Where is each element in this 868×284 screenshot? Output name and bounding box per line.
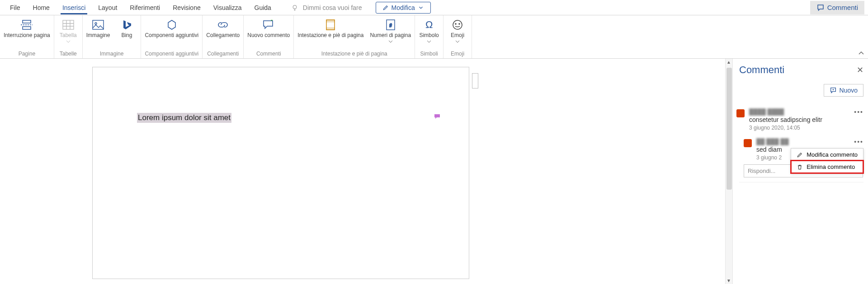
scroll-up-icon[interactable]: ▲	[726, 60, 731, 65]
ribbon-collapse-button[interactable]	[858, 50, 864, 56]
document-area[interactable]: Lorem ipsum dolor sit amet	[0, 59, 725, 284]
symbol-label: Simbolo	[419, 33, 439, 39]
addins-icon	[166, 19, 178, 30]
delete-comment-label: Elimina commento	[807, 163, 855, 170]
group-links: Collegamento Collegamenti	[203, 15, 244, 58]
headerfooter-label: Intestazione e piè di pagina	[297, 33, 363, 39]
page-break-button[interactable]: Interruzione pagina	[4, 18, 50, 39]
group-pages: Interruzione pagina Pagine	[0, 15, 54, 58]
image-icon	[92, 20, 104, 30]
tab-insert[interactable]: Inserisci	[56, 1, 92, 14]
comments-pane-title: Commenti	[739, 64, 784, 76]
workarea: Lorem ipsum dolor sit amet ▲ ▼ Commenti …	[0, 59, 868, 284]
pagenumbers-icon: #	[386, 19, 396, 31]
pagenumbers-button[interactable]: # Numeri di pagina	[370, 18, 411, 43]
delete-comment-menuitem[interactable]: Elimina commento	[791, 161, 863, 173]
bing-icon	[122, 19, 132, 30]
tab-layout[interactable]: Layout	[92, 1, 123, 14]
group-addins: Componenti aggiuntivi Componenti aggiunt…	[141, 15, 203, 58]
bing-button[interactable]: Bing	[116, 18, 137, 39]
comment-item[interactable]: ••• ██ ███ ██ sed diam 3 giugno 2 Modifi…	[746, 138, 863, 161]
tell-me-search[interactable]: Dimmi cosa vuoi fare	[291, 4, 362, 11]
group-headerfooter-label: Intestazione e piè di pagina	[321, 50, 387, 58]
vertical-scrollbar[interactable]: ▲ ▼	[725, 59, 732, 284]
scroll-thumb[interactable]	[726, 68, 732, 190]
new-comment-pane-button[interactable]: Nuovo	[824, 84, 863, 97]
selected-text[interactable]: Lorem ipsum dolor sit amet	[137, 113, 231, 123]
svg-point-12	[455, 23, 456, 24]
comment-author: ████ ████	[749, 108, 863, 115]
bing-label: Bing	[121, 33, 132, 39]
group-emoji-label: Emoji	[451, 50, 464, 58]
addins-button[interactable]: Componenti aggiuntivi	[145, 18, 198, 39]
svg-point-13	[459, 23, 460, 24]
svg-rect-7	[326, 20, 335, 22]
emoji-button[interactable]: Emoji	[447, 18, 468, 43]
group-tables: Tabella Tabelle	[54, 15, 83, 58]
symbol-button[interactable]: Ω Simbolo	[419, 18, 439, 43]
group-addins-label: Componenti aggiuntivi	[145, 50, 198, 58]
comment-bubble-icon	[434, 114, 440, 119]
new-comment-pane-label: Nuovo	[840, 87, 858, 94]
image-label: Immagine	[86, 33, 110, 39]
svg-point-0	[293, 5, 297, 9]
comments-toggle-button[interactable]: Commenti	[810, 1, 864, 14]
table-button: Tabella	[58, 18, 79, 43]
table-label: Tabella	[60, 33, 77, 39]
chevron-down-icon	[66, 40, 71, 43]
svg-rect-2	[23, 27, 31, 29]
avatar	[744, 139, 752, 147]
tab-help[interactable]: Guida	[248, 1, 278, 14]
new-comment-button[interactable]: Nuovo commento	[247, 18, 290, 39]
svg-point-11	[453, 20, 462, 29]
edit-comment-menuitem[interactable]: Modifica commento	[791, 149, 863, 161]
svg-rect-8	[326, 28, 335, 30]
avatar	[736, 109, 745, 117]
group-image: Immagine Bing Immagine	[83, 15, 142, 58]
edit-mode-button[interactable]: Modifica	[376, 2, 431, 14]
group-headerfooter: Intestazione e piè di pagina # Numeri di…	[294, 15, 415, 58]
group-tables-label: Tabelle	[60, 50, 77, 58]
tab-review[interactable]: Revisione	[166, 1, 207, 14]
ribbon-tabs: File Home Inserisci Layout Riferimenti R…	[0, 0, 868, 15]
image-button[interactable]: Immagine	[86, 18, 110, 39]
comment-icon	[816, 4, 825, 12]
tab-references[interactable]: Riferimenti	[123, 1, 166, 14]
tab-view[interactable]: Visualizza	[207, 1, 248, 14]
comment-body: consetetur sadipscing elitr	[749, 116, 863, 123]
pencil-icon	[797, 152, 803, 158]
tab-home[interactable]: Home	[27, 1, 56, 14]
new-comment-icon	[263, 20, 274, 30]
group-comments-label: Commenti	[256, 50, 281, 58]
chevron-down-icon	[388, 40, 393, 43]
group-links-label: Collegamenti	[207, 50, 239, 58]
headerfooter-button[interactable]: Intestazione e piè di pagina	[297, 18, 363, 39]
chevron-down-icon	[427, 40, 431, 43]
headerfooter-icon	[326, 19, 335, 31]
lightbulb-icon	[291, 4, 298, 11]
emoji-icon	[452, 19, 463, 30]
group-image-label: Immagine	[100, 50, 124, 58]
comments-toggle-label: Commenti	[827, 4, 858, 11]
document-page[interactable]	[92, 67, 469, 279]
emoji-label: Emoji	[451, 33, 464, 39]
edit-mode-label: Modifica	[392, 4, 415, 11]
scroll-down-icon[interactable]: ▼	[726, 278, 731, 283]
comment-thread: ••• ████ ████ consetetur sadipscing elit…	[739, 108, 863, 182]
comment-item[interactable]: ••• ████ ████ consetetur sadipscing elit…	[739, 108, 863, 131]
pencil-icon	[382, 5, 389, 11]
pagenumbers-label: Numeri di pagina	[370, 33, 411, 39]
comment-context-menu: Modifica commento Elimina commento	[791, 148, 863, 173]
svg-text:#: #	[389, 23, 392, 28]
link-button[interactable]: Collegamento	[206, 18, 240, 39]
group-comments: Nuovo commento Commenti	[244, 15, 294, 58]
tab-file[interactable]: File	[4, 1, 27, 14]
link-label: Collegamento	[206, 33, 240, 39]
edit-comment-label: Modifica commento	[807, 151, 858, 158]
comment-timestamp: 3 giugno 2020, 14:05	[749, 125, 863, 131]
close-pane-button[interactable]: ✕	[857, 65, 863, 75]
comments-pane: Commenti ✕ Nuovo ••• ████ ████ consetetu…	[732, 59, 868, 284]
comment-anchor-box[interactable]	[472, 73, 478, 88]
comment-indicator[interactable]	[434, 113, 440, 118]
svg-rect-4	[93, 20, 104, 29]
